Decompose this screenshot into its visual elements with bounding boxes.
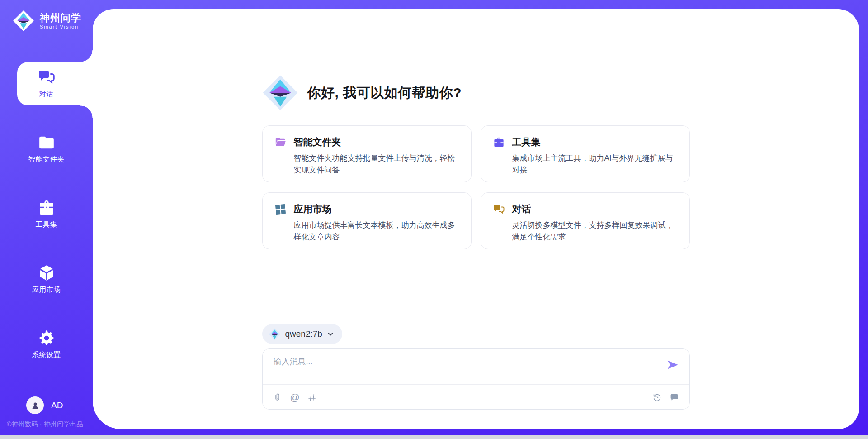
- model-selector[interactable]: qwen2:7b: [262, 324, 342, 344]
- chevron-down-icon: [327, 330, 334, 338]
- card-title: 对话: [512, 203, 531, 215]
- card-title: 工具集: [512, 136, 541, 148]
- folder-icon: [38, 134, 56, 152]
- main-panel: 你好, 我可以如何帮助你? 智能文件夹 智能文件夹功能支持批量文件上传与清洗，轻…: [93, 9, 859, 429]
- copyright-text: ©神州数码 · 神州问学出品: [7, 420, 83, 429]
- card-title: 应用市场: [294, 203, 332, 215]
- history-button[interactable]: [652, 392, 662, 402]
- sidebar: 神州问学 Smart Vision 对话 智能文件夹: [0, 0, 93, 439]
- brand-logo-icon: [13, 10, 34, 32]
- send-icon: [666, 358, 679, 372]
- send-button[interactable]: [666, 358, 679, 372]
- sidebar-item-folders[interactable]: 智能文件夹: [0, 127, 93, 171]
- person-icon: [30, 400, 41, 411]
- card-tools[interactable]: 工具集 集成市场上主流工具，助力AI与外界无缝扩展与对接: [481, 125, 690, 182]
- sidebar-item-label: 工具集: [36, 220, 57, 229]
- model-logo-icon: [269, 328, 281, 340]
- mention-button[interactable]: @: [290, 392, 300, 402]
- paperclip-icon: [273, 392, 282, 402]
- card-description: 智能文件夹功能支持批量文件上传与清洗，轻松实现文件问答: [294, 153, 459, 177]
- grid-icon: [274, 203, 287, 215]
- sidebar-item-market[interactable]: 应用市场: [0, 258, 93, 301]
- chat-bubble-button[interactable]: [670, 392, 679, 402]
- chat-icon: [38, 68, 56, 86]
- welcome-header: 你好, 我可以如何帮助你?: [262, 75, 690, 111]
- sidebar-item-tools[interactable]: 工具集: [0, 192, 93, 236]
- gear-icon: [38, 329, 56, 347]
- bottom-scrollbar[interactable]: [0, 435, 868, 439]
- user-profile[interactable]: AD: [26, 396, 63, 414]
- model-name: qwen2:7b: [285, 329, 322, 339]
- sidebar-item-settings[interactable]: 系统设置: [0, 323, 93, 366]
- composer: qwen2:7b: [262, 324, 690, 410]
- sidebar-item-label: 系统设置: [32, 350, 61, 360]
- message-input-box: @: [262, 348, 690, 410]
- assistant-logo-icon: [262, 75, 298, 111]
- chat-bubble-icon: [670, 392, 679, 402]
- feature-cards: 智能文件夹 智能文件夹功能支持批量文件上传与清洗，轻松实现文件问答 工具集 集成…: [262, 125, 690, 249]
- main-content: 你好, 我可以如何帮助你? 智能文件夹 智能文件夹功能支持批量文件上传与清洗，轻…: [262, 9, 690, 429]
- hashtag-icon: [307, 392, 317, 402]
- chat-icon: [493, 203, 505, 215]
- cube-icon: [38, 264, 56, 282]
- attach-button[interactable]: [273, 392, 283, 402]
- card-title: 智能文件夹: [294, 136, 341, 148]
- user-initials: AD: [51, 401, 63, 410]
- brand-subtitle: Smart Vision: [40, 24, 81, 29]
- toolbox-icon: [493, 136, 505, 148]
- brand: 神州问学 Smart Vision: [13, 10, 81, 32]
- greeting-text: 你好, 我可以如何帮助你?: [307, 84, 462, 102]
- message-input[interactable]: [274, 356, 658, 378]
- tab-curve-bottom: [80, 105, 93, 118]
- app-root: 神州问学 Smart Vision 对话 智能文件夹: [0, 0, 868, 439]
- tab-curve-top: [80, 50, 93, 62]
- card-description: 集成市场上主流工具，助力AI与外界无缝扩展与对接: [512, 153, 678, 177]
- sidebar-item-label: 智能文件夹: [28, 155, 65, 164]
- brand-title: 神州问学: [40, 12, 81, 24]
- avatar: [26, 396, 44, 414]
- history-icon: [652, 392, 662, 402]
- card-app-market[interactable]: 应用市场 应用市场提供丰富长文本模板，助力高效生成多样化文章内容: [262, 192, 472, 249]
- composer-toolbar: @: [263, 385, 689, 409]
- card-description: 灵活切换多模型文件，支持多样回复效果调试，满足个性化需求: [512, 220, 678, 243]
- card-chat[interactable]: 对话 灵活切换多模型文件，支持多样回复效果调试，满足个性化需求: [481, 192, 690, 249]
- folder-open-icon: [274, 136, 287, 148]
- toolbox-icon: [38, 199, 56, 217]
- hashtag-button[interactable]: [307, 392, 317, 402]
- card-smart-folders[interactable]: 智能文件夹 智能文件夹功能支持批量文件上传与清洗，轻松实现文件问答: [262, 125, 472, 182]
- sidebar-item-label: 应用市场: [32, 285, 61, 295]
- card-description: 应用市场提供丰富长文本模板，助力高效生成多样化文章内容: [294, 220, 459, 243]
- sidebar-item-label: 对话: [39, 90, 54, 99]
- sidebar-item-chat[interactable]: 对话: [0, 62, 93, 105]
